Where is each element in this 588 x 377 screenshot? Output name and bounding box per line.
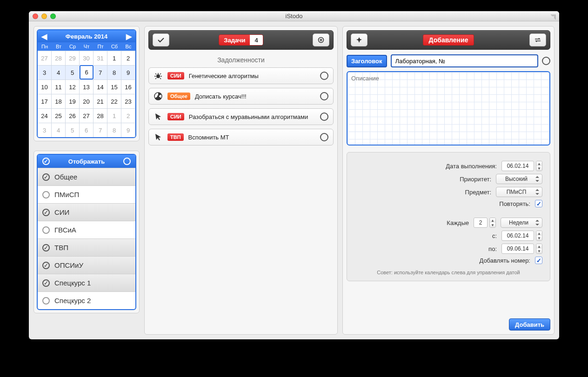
task-row[interactable]: ОбщееДописать курсач!!! [148, 88, 334, 105]
subject-checkbox-icon[interactable] [42, 226, 50, 234]
calendar-day[interactable]: 26 [66, 108, 80, 123]
calendar-day[interactable]: 4 [52, 65, 66, 79]
subject-row[interactable]: ТВП [38, 238, 135, 256]
subject-row[interactable]: Спецкурс 1 [38, 274, 135, 291]
calendar-prev-button[interactable]: ◀ [40, 32, 48, 41]
description-input[interactable] [347, 71, 550, 146]
every-input[interactable] [474, 218, 488, 228]
calendar-day[interactable]: 10 [38, 79, 52, 94]
calendar-day[interactable]: 15 [107, 79, 121, 94]
task-complete-toggle[interactable] [320, 92, 328, 100]
calendar-day[interactable]: 21 [94, 94, 107, 108]
title-status-icon[interactable] [542, 57, 550, 65]
calendar-day[interactable]: 3 [38, 123, 52, 137]
subjects-select-all-icon[interactable] [42, 158, 50, 165]
tasks-tab[interactable]: Задачи 4 [219, 34, 263, 46]
calendar-day[interactable]: 19 [66, 94, 80, 108]
priority-select[interactable]: Высокий [496, 174, 542, 184]
calendar-day[interactable]: 12 [66, 79, 80, 94]
task-complete-toggle[interactable] [320, 72, 328, 80]
show-completed-button[interactable] [153, 33, 169, 46]
add-button[interactable]: Добавить [509, 318, 550, 331]
calendar-day[interactable]: 6 [80, 65, 94, 79]
calendar-day[interactable]: 30 [80, 51, 94, 65]
calendar-day[interactable]: 16 [121, 79, 135, 94]
pin-button[interactable] [351, 33, 368, 46]
tasks-toolbar: Задачи 4 [148, 30, 334, 50]
subject-row[interactable]: ГВСиА [38, 221, 135, 238]
from-date-stepper[interactable]: ▲▼ [536, 231, 542, 241]
subject-row[interactable]: СИИ [38, 203, 135, 221]
calendar-day[interactable]: 5 [66, 65, 80, 79]
calendar-day[interactable]: 28 [52, 51, 66, 65]
subject-row[interactable]: Общее [38, 168, 135, 185]
to-date-input[interactable] [501, 244, 534, 254]
calendar-day[interactable]: 5 [66, 123, 80, 137]
due-date-input[interactable] [501, 161, 534, 171]
window-minimize-button[interactable] [41, 13, 47, 19]
calendar-day[interactable]: 25 [52, 108, 66, 123]
calendar-day[interactable]: 2 [121, 51, 135, 65]
subject-checkbox-icon[interactable] [42, 209, 50, 216]
calendar-day[interactable]: 7 [94, 65, 107, 79]
subjects-deselect-all-icon[interactable] [123, 158, 131, 165]
calendar-day[interactable]: 27 [80, 108, 94, 123]
calendar-day[interactable]: 11 [52, 79, 66, 94]
calendar-day[interactable]: 22 [107, 94, 121, 108]
window-close-button[interactable] [33, 13, 38, 19]
calendar-day[interactable]: 31 [94, 51, 107, 65]
due-date-stepper[interactable]: ▲▼ [536, 161, 542, 171]
subject-checkbox-icon[interactable] [42, 191, 50, 198]
add-task-button[interactable] [313, 33, 329, 46]
subject-checkbox-icon[interactable] [42, 173, 50, 181]
calendar-day[interactable]: 7 [94, 123, 107, 137]
subject-select[interactable]: ПМиСП [496, 187, 542, 197]
from-date-input[interactable] [501, 231, 534, 241]
calendar-day[interactable]: 6 [80, 123, 94, 137]
calendar-day[interactable]: 13 [80, 79, 94, 94]
calendar-day[interactable]: 4 [52, 123, 66, 137]
calendar-day[interactable]: 28 [94, 108, 107, 123]
calendar-day[interactable]: 1 [107, 51, 121, 65]
repeat-checkbox[interactable] [535, 200, 542, 207]
calendar-day[interactable]: 3 [38, 65, 52, 79]
calendar-day[interactable]: 23 [121, 94, 135, 108]
task-row[interactable]: ТВПВспомнить МТ [148, 129, 334, 146]
calendar-next-button[interactable]: ▶ [125, 32, 133, 41]
title-input[interactable] [391, 54, 538, 67]
repeat-toggle-button[interactable] [529, 33, 546, 46]
window-zoom-button[interactable] [50, 13, 56, 19]
calendar-day[interactable]: 9 [121, 65, 135, 79]
calendar-day[interactable]: 14 [94, 79, 107, 94]
repeat-icon [534, 37, 542, 43]
task-complete-toggle[interactable] [320, 133, 328, 141]
calendar-day[interactable]: 24 [38, 108, 52, 123]
calendar-day[interactable]: 29 [66, 51, 80, 65]
task-row[interactable]: СИИРазобраться с муравьиными алгоритмами [148, 108, 334, 125]
calendar-day[interactable]: 2 [121, 108, 135, 123]
calendar-day[interactable]: 8 [107, 123, 121, 137]
subject-row[interactable]: ПМиСП [38, 185, 135, 203]
subject-row[interactable]: ОПСИиУ [38, 256, 135, 274]
calendar-day[interactable]: 20 [80, 94, 94, 108]
window-resize-icon[interactable] [551, 13, 557, 20]
title-bar: iStodo [29, 11, 559, 21]
every-stepper[interactable]: ▲▼ [489, 218, 496, 228]
calendar-day[interactable]: 18 [52, 94, 66, 108]
subject-row[interactable]: Спецкурс 2 [38, 291, 135, 309]
subject-checkbox-icon[interactable] [42, 262, 50, 269]
subject-checkbox-icon[interactable] [42, 297, 50, 304]
check-icon [157, 37, 165, 43]
subject-checkbox-icon[interactable] [42, 279, 50, 287]
calendar-day[interactable]: 8 [107, 65, 121, 79]
calendar-day[interactable]: 17 [38, 94, 52, 108]
task-row[interactable]: СИИГенетические алгоритмы [148, 67, 334, 84]
every-unit-select[interactable]: Недели [501, 218, 542, 228]
addnum-checkbox[interactable] [535, 257, 542, 264]
task-complete-toggle[interactable] [320, 112, 328, 121]
to-date-stepper[interactable]: ▲▼ [536, 244, 542, 254]
calendar-day[interactable]: 9 [121, 123, 135, 137]
calendar-day[interactable]: 1 [107, 108, 121, 123]
calendar-day[interactable]: 27 [38, 51, 52, 65]
subject-checkbox-icon[interactable] [42, 244, 50, 251]
